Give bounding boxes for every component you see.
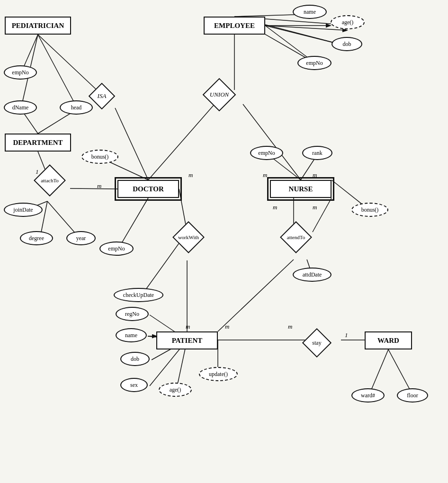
attr-joindate: joinDate — [4, 203, 43, 217]
svg-line-6 — [243, 104, 301, 180]
attr-year: year — [66, 231, 96, 245]
entity-employee: EMPLOYEE — [204, 17, 265, 35]
mult-nurse-m2: m — [313, 171, 317, 179]
mult-stay-m: m — [288, 323, 292, 331]
attr-dept-head: head — [60, 100, 93, 115]
attr-emp-name: name — [293, 5, 327, 19]
relationship-attachto: attachTo — [34, 165, 65, 196]
attr-nurse-bonus: bonus() — [351, 203, 388, 217]
svg-line-20 — [118, 198, 148, 249]
attr-pat-update: update() — [199, 367, 238, 381]
relationship-attendto: attendTo — [280, 222, 312, 253]
mult-attendto-m3: m — [273, 204, 277, 211]
attr-pat-sex: sex — [120, 378, 148, 392]
svg-line-11 — [38, 35, 78, 109]
relationship-stay: stay — [302, 328, 332, 358]
attr-emp-dob: dob — [332, 37, 362, 51]
mult-attendto-m2: m — [225, 323, 229, 331]
attr-doc-bonus: bonus() — [81, 150, 118, 164]
attr-ward-floor: floor — [397, 388, 428, 402]
mult-attachtoo-m: m — [97, 182, 101, 190]
mult-workwith-m2: m — [186, 323, 190, 331]
svg-line-30 — [218, 259, 294, 331]
mult-nurse-m: m — [263, 171, 267, 179]
svg-line-8 — [115, 108, 148, 180]
attr-pat-age: age() — [159, 383, 192, 397]
mult-attendto-m4: m — [313, 204, 317, 211]
attr-emp-age: age() — [331, 15, 365, 29]
mult-workwith-m1: m — [188, 171, 193, 179]
entity-doctor: DOCTOR — [117, 180, 179, 198]
attr-dept-dname: dName — [4, 100, 37, 115]
attr-checkupdate: checkUpDate — [114, 288, 163, 302]
entity-department: DEPARTMENT — [5, 134, 71, 152]
attr-ped-empno: empNo — [4, 65, 37, 80]
svg-line-28 — [313, 198, 332, 232]
attr-attddate: attdDate — [293, 268, 332, 282]
attr-pat-dob: dob — [120, 352, 150, 366]
attr-emp-empno: empNo — [297, 56, 332, 70]
entity-patient: PATIENT — [156, 331, 218, 349]
relationship-workwith: workWith — [173, 222, 204, 253]
relationship-isa: ISA — [89, 83, 115, 109]
attr-degree: degree — [20, 231, 53, 245]
mult-attachtoo-1: 1 — [36, 168, 39, 176]
entity-pediatrician: PEDIATRICIAN — [5, 17, 71, 35]
relationship-union: UNION — [203, 78, 236, 111]
attr-ward-no: ward# — [351, 388, 385, 402]
attr-pat-regno: regNo — [116, 307, 149, 321]
attr-nurse-rank: rank — [302, 146, 332, 160]
mult-stay-1: 1 — [345, 331, 348, 339]
attr-nurse-empno: empNo — [250, 146, 283, 160]
entity-ward: WARD — [365, 331, 412, 349]
diagram-lines — [0, 0, 448, 483]
attr-pat-name: name — [116, 328, 147, 342]
svg-line-5 — [148, 104, 215, 180]
er-diagram: PEDIATRICIAN EMPLOYEE DEPARTMENT DOCTOR … — [0, 0, 448, 483]
svg-line-15 — [70, 188, 117, 189]
attr-doc-empno: empNo — [99, 242, 134, 256]
entity-nurse: NURSE — [270, 180, 332, 198]
